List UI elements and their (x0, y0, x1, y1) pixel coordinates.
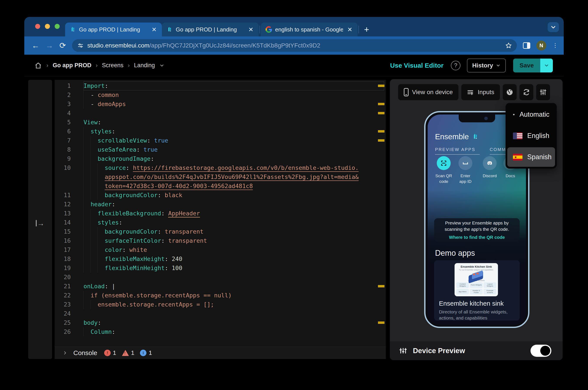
code-text: flexibleBackground: AppHeader (84, 210, 200, 218)
code-text: backgroundColor: black (84, 192, 182, 198)
code-text: styles: (84, 128, 115, 135)
inputs-button[interactable]: Inputs (461, 84, 500, 100)
code-line[interactable]: 19 flexibleMinHeight: 100 (55, 264, 386, 273)
tab-title: Go app PROD | Landing (176, 26, 244, 33)
new-tab-button[interactable]: + (364, 25, 369, 34)
console-expand-icon[interactable] (62, 350, 68, 355)
console-label: Console (73, 349, 97, 357)
tab-close-icon[interactable]: ✕ (346, 26, 354, 33)
code-line[interactable]: 18 flexibleMaxHeight: 240 (55, 254, 386, 264)
tab-search-button[interactable] (548, 22, 559, 32)
code-line[interactable]: 16 surfaceTintColor: transparent (55, 236, 386, 245)
code-line[interactable]: 4 (55, 109, 386, 118)
code-line[interactable]: 2 - common (55, 91, 386, 99)
code-line[interactable]: 26 Column: (55, 327, 386, 337)
line-number: 18 (55, 254, 76, 264)
reload-button[interactable]: ⟳ (59, 42, 66, 49)
code-text: backgroundImage: (84, 155, 154, 162)
code-line[interactable]: 14 styles: (55, 218, 386, 227)
preview-panel: View on device Inputs (390, 79, 563, 360)
code-text: Import: (84, 82, 108, 89)
widget-chip: Example screens (484, 289, 496, 294)
address-bar[interactable]: studio.ensembleui.com/app/FhQC7J2DjXTg0U… (72, 39, 517, 52)
phone-icon (404, 88, 409, 96)
help-button[interactable]: ? (451, 61, 460, 70)
expand-panel-icon[interactable]: → (36, 87, 45, 359)
code-line[interactable]: 8 useSafeArea: true (55, 145, 386, 154)
browser-tab-1[interactable]: Go app PROD | Landing ✕ (65, 23, 162, 37)
code-line[interactable]: 6 styles: (55, 127, 386, 136)
code-line[interactable]: 7 scrollableView: true (55, 136, 386, 145)
line-number: 14 (55, 218, 76, 227)
code-line[interactable]: 10 source: https://firebasestorage.googl… (55, 163, 386, 172)
code-line[interactable]: 24 (55, 309, 386, 318)
line-number: 16 (55, 236, 76, 245)
code-text: if (ensemble.storage.recentApps == null) (84, 292, 232, 299)
code-line[interactable]: 23 ensemble.storage.recentApps = []; (55, 300, 386, 309)
browser-tab-3[interactable]: english to spanish - Google S ✕ (261, 23, 358, 37)
view-on-device-button[interactable]: View on device (398, 84, 458, 100)
site-settings-icon[interactable] (77, 42, 84, 49)
forward-button[interactable]: → (46, 42, 53, 49)
tab-preview-apps[interactable]: PREVIEW APPS (435, 147, 480, 155)
code-line[interactable]: 15 backgroundColor: transparent (55, 227, 386, 236)
code-line[interactable]: 9 backgroundImage: (55, 154, 386, 163)
language-option-spanish[interactable]: Spanish (507, 147, 555, 167)
code-line[interactable]: token=427d38c3-007d-40d2-9003-49562ad481… (55, 182, 386, 191)
line-number: 6 (55, 127, 76, 136)
side-panel-icon[interactable] (523, 42, 530, 49)
code-line[interactable]: 22 if (ensemble.storage.recentApps == nu… (55, 291, 386, 300)
code-line[interactable]: 11 backgroundColor: black (55, 191, 386, 200)
home-icon[interactable] (34, 62, 42, 69)
save-button[interactable]: Save (513, 58, 540, 72)
browser-tab-2[interactable]: Go app PROD | Landing ✕ (162, 23, 259, 37)
code-line[interactable]: 21 onLoad: | (55, 282, 386, 291)
yaml-editor[interactable]: 1 Import: 2 - common 3 - demoA (55, 80, 386, 347)
demo-app-card[interactable]: Ensemble Kitchen Sink Try out Ensemble w… (434, 260, 520, 321)
code-line[interactable]: 5 View: (55, 118, 386, 127)
language-button[interactable] (503, 84, 517, 100)
toggle-knob (540, 346, 550, 356)
minimize-window-button[interactable] (45, 24, 50, 29)
device-preview-toggle[interactable] (531, 345, 551, 357)
code-line[interactable]: 25 body: (55, 318, 386, 327)
url-text[interactable]: studio.ensembleui.com/app/FhQC7J2DjXTg0U… (87, 42, 502, 49)
code-line[interactable]: appspot.com/o/builds%2F4qJvbIFIJ5Vou69P4… (55, 172, 386, 182)
tab-close-icon[interactable]: ✕ (247, 26, 255, 33)
breadcrumb-app[interactable]: Go app PROD (53, 62, 92, 69)
preview-settings-button[interactable] (536, 84, 550, 100)
code-text: onLoad: | (84, 283, 115, 290)
save-options-button[interactable] (540, 58, 553, 72)
line-number: 9 (55, 154, 76, 163)
console-bar[interactable]: Console ! 1 ! 1 i 1 (55, 347, 386, 359)
code-line[interactable]: 1 Import: (55, 81, 386, 91)
screen-dropdown-icon[interactable] (159, 63, 164, 68)
zoom-window-button[interactable] (55, 24, 60, 29)
page-content: › Go app PROD › Screens › Landing Use Vi… (24, 55, 564, 373)
qr-info-link[interactable]: Where to find the QR code (449, 235, 505, 240)
code-line[interactable]: 3 - demoApps (55, 99, 386, 109)
url-path: /app/FhQC7J2DjXTg0UcJz84i/screen/K5TdKb8… (149, 42, 320, 49)
breadcrumb-screens[interactable]: Screens (102, 62, 123, 69)
enter-app-id-action[interactable]: Enterapp ID (452, 156, 478, 184)
browser-menu-icon[interactable]: ⋮ (552, 44, 558, 47)
close-window-button[interactable] (35, 24, 40, 29)
breadcrumb-separator: › (128, 62, 130, 69)
code-line[interactable]: 13 flexibleBackground: AppHeader (55, 209, 386, 218)
refresh-button[interactable] (519, 84, 533, 100)
use-visual-editor-link[interactable]: Use Visual Editor (390, 62, 443, 69)
code-line[interactable]: 20 (55, 273, 386, 282)
browser-toolbar: ← → ⟳ studio.ensembleui.com/app/FhQC7J2D… (24, 37, 564, 55)
demo-app-screenshot: Ensemble Kitchen Sink Try out Ensemble w… (455, 263, 498, 296)
language-option-english[interactable]: English (507, 126, 555, 146)
profile-avatar[interactable]: N (536, 41, 546, 50)
tab-close-icon[interactable]: ✕ (150, 26, 158, 33)
history-button[interactable]: History (467, 58, 506, 72)
language-option-automatic[interactable]: Automatic (507, 105, 555, 124)
code-line[interactable]: 12 header: (55, 200, 386, 209)
code-line[interactable]: 17 color: white (55, 245, 386, 254)
view-on-device-label: View on device (412, 89, 453, 96)
back-button[interactable]: ← (32, 42, 40, 49)
bookmark-star-icon[interactable] (505, 42, 512, 49)
breadcrumb-screen-name[interactable]: Landing (134, 62, 155, 69)
